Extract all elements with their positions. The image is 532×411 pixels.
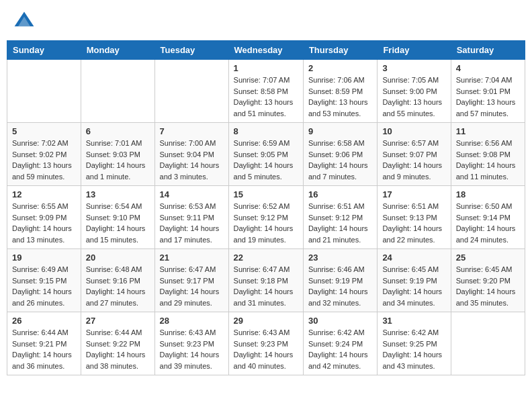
- day-number: 21: [160, 253, 224, 263]
- day-info: Sunrise: 7:06 AM Sunset: 8:59 PM Dayligh…: [308, 75, 372, 119]
- calendar-cell: 4 Sunrise: 7:04 AM Sunset: 9:01 PM Dayli…: [451, 60, 525, 123]
- calendar-cell: 5 Sunrise: 7:02 AM Sunset: 9:02 PM Dayli…: [7, 123, 81, 186]
- day-number: 14: [160, 189, 224, 199]
- sunset-text: Sunset: 9:22 PM: [86, 340, 140, 348]
- daylight-text: Daylight: 14 hours and 27 minutes.: [86, 287, 146, 307]
- sunset-text: Sunset: 9:05 PM: [234, 150, 288, 158]
- daylight-text: Daylight: 14 hours and 26 minutes.: [12, 287, 72, 307]
- calendar-cell: 16 Sunrise: 6:51 AM Sunset: 9:12 PM Dayl…: [303, 186, 377, 249]
- day-info: Sunrise: 6:46 AM Sunset: 9:19 PM Dayligh…: [308, 264, 372, 308]
- day-number: 17: [382, 189, 445, 199]
- sunrise-text: Sunrise: 6:48 AM: [86, 265, 142, 273]
- sunset-text: Sunset: 9:09 PM: [12, 214, 66, 222]
- daylight-text: Daylight: 13 hours and 55 minutes.: [382, 98, 442, 118]
- calendar-cell: 25 Sunrise: 6:45 AM Sunset: 9:20 PM Dayl…: [451, 249, 525, 312]
- sunset-text: Sunset: 9:21 PM: [12, 340, 66, 348]
- weekday-header-sunday: Sunday: [7, 41, 81, 60]
- day-info: Sunrise: 7:01 AM Sunset: 9:03 PM Dayligh…: [86, 138, 150, 182]
- daylight-text: Daylight: 14 hours and 40 minutes.: [234, 351, 294, 370]
- sunrise-text: Sunrise: 6:50 AM: [456, 202, 513, 210]
- calendar-cell: 27 Sunrise: 6:44 AM Sunset: 9:22 PM Dayl…: [81, 312, 154, 375]
- sunset-text: Sunset: 9:01 PM: [456, 87, 511, 95]
- sunrise-text: Sunrise: 6:47 AM: [160, 265, 216, 273]
- sunset-text: Sunset: 8:58 PM: [234, 87, 288, 95]
- sunrise-text: Sunrise: 7:06 AM: [308, 76, 365, 84]
- sunrise-text: Sunrise: 6:42 AM: [382, 328, 439, 336]
- sunset-text: Sunset: 9:23 PM: [160, 340, 214, 348]
- daylight-text: Daylight: 14 hours and 19 minutes.: [234, 224, 294, 244]
- day-number: 13: [86, 189, 150, 199]
- day-info: Sunrise: 6:59 AM Sunset: 9:05 PM Dayligh…: [234, 138, 298, 182]
- day-info: Sunrise: 6:50 AM Sunset: 9:14 PM Dayligh…: [456, 201, 520, 245]
- sunset-text: Sunset: 9:11 PM: [160, 214, 214, 222]
- day-info: Sunrise: 6:45 AM Sunset: 9:20 PM Dayligh…: [456, 264, 520, 308]
- sunrise-text: Sunrise: 7:05 AM: [382, 76, 439, 84]
- day-number: 27: [86, 316, 150, 326]
- sunrise-text: Sunrise: 7:07 AM: [234, 76, 290, 84]
- day-number: 29: [234, 316, 298, 326]
- daylight-text: Daylight: 14 hours and 15 minutes.: [86, 224, 146, 244]
- sunrise-text: Sunrise: 6:43 AM: [160, 328, 216, 336]
- day-number: 24: [382, 253, 445, 263]
- calendar-cell: 23 Sunrise: 6:46 AM Sunset: 9:19 PM Dayl…: [303, 249, 377, 312]
- calendar-cell: 30 Sunrise: 6:42 AM Sunset: 9:24 PM Dayl…: [303, 312, 377, 375]
- sunset-text: Sunset: 9:02 PM: [12, 150, 66, 158]
- calendar-cell: 11 Sunrise: 6:56 AM Sunset: 9:08 PM Dayl…: [451, 123, 525, 186]
- calendar-cell: 3 Sunrise: 7:05 AM Sunset: 9:00 PM Dayli…: [378, 60, 451, 123]
- sunset-text: Sunset: 9:25 PM: [382, 340, 437, 348]
- day-info: Sunrise: 6:42 AM Sunset: 9:25 PM Dayligh…: [382, 327, 445, 371]
- day-number: 5: [12, 126, 76, 136]
- daylight-text: Daylight: 13 hours and 57 minutes.: [456, 98, 516, 118]
- sunset-text: Sunset: 8:59 PM: [308, 87, 363, 95]
- sunrise-text: Sunrise: 6:51 AM: [308, 202, 365, 210]
- calendar-cell: 7 Sunrise: 7:00 AM Sunset: 9:04 PM Dayli…: [154, 123, 228, 186]
- calendar-cell: 13 Sunrise: 6:54 AM Sunset: 9:10 PM Dayl…: [81, 186, 154, 249]
- sunset-text: Sunset: 9:23 PM: [234, 340, 288, 348]
- calendar-cell: 1 Sunrise: 7:07 AM Sunset: 8:58 PM Dayli…: [228, 60, 303, 123]
- day-number: 4: [456, 63, 520, 73]
- sunset-text: Sunset: 9:13 PM: [382, 214, 437, 222]
- day-info: Sunrise: 6:55 AM Sunset: 9:09 PM Dayligh…: [12, 201, 76, 245]
- day-info: Sunrise: 7:05 AM Sunset: 9:00 PM Dayligh…: [382, 75, 445, 119]
- sunrise-text: Sunrise: 6:57 AM: [382, 139, 439, 147]
- calendar: SundayMondayTuesdayWednesdayThursdayFrid…: [7, 40, 525, 375]
- daylight-text: Daylight: 14 hours and 39 minutes.: [160, 351, 220, 370]
- daylight-text: Daylight: 13 hours and 59 minutes.: [12, 161, 72, 181]
- day-info: Sunrise: 6:49 AM Sunset: 9:15 PM Dayligh…: [12, 264, 76, 308]
- daylight-text: Daylight: 14 hours and 22 minutes.: [382, 224, 442, 244]
- weekday-header-tuesday: Tuesday: [154, 41, 228, 60]
- day-info: Sunrise: 7:04 AM Sunset: 9:01 PM Dayligh…: [456, 75, 520, 119]
- day-number: 26: [12, 316, 76, 326]
- sunset-text: Sunset: 9:00 PM: [382, 87, 437, 95]
- day-number: 20: [86, 253, 150, 263]
- day-number: 25: [456, 253, 520, 263]
- calendar-cell: 28 Sunrise: 6:43 AM Sunset: 9:23 PM Dayl…: [154, 312, 228, 375]
- sunset-text: Sunset: 9:07 PM: [382, 150, 437, 158]
- sunrise-text: Sunrise: 6:44 AM: [12, 328, 69, 336]
- calendar-cell: 18 Sunrise: 6:50 AM Sunset: 9:14 PM Dayl…: [451, 186, 525, 249]
- sunset-text: Sunset: 9:12 PM: [308, 214, 363, 222]
- day-info: Sunrise: 7:00 AM Sunset: 9:04 PM Dayligh…: [160, 138, 224, 182]
- calendar-cell: 6 Sunrise: 7:01 AM Sunset: 9:03 PM Dayli…: [81, 123, 154, 186]
- sunset-text: Sunset: 9:19 PM: [382, 277, 437, 285]
- calendar-week-3: 19 Sunrise: 6:49 AM Sunset: 9:15 PM Dayl…: [7, 249, 525, 312]
- day-number: 3: [382, 63, 445, 73]
- day-info: Sunrise: 6:47 AM Sunset: 9:17 PM Dayligh…: [160, 264, 224, 308]
- daylight-text: Daylight: 14 hours and 17 minutes.: [160, 224, 220, 244]
- sunrise-text: Sunrise: 6:46 AM: [308, 265, 365, 273]
- calendar-cell: 31 Sunrise: 6:42 AM Sunset: 9:25 PM Dayl…: [378, 312, 451, 375]
- calendar-week-2: 12 Sunrise: 6:55 AM Sunset: 9:09 PM Dayl…: [7, 186, 525, 249]
- sunrise-text: Sunrise: 6:47 AM: [234, 265, 290, 273]
- day-number: 8: [234, 126, 298, 136]
- calendar-week-0: 1 Sunrise: 7:07 AM Sunset: 8:58 PM Dayli…: [7, 60, 525, 123]
- daylight-text: Daylight: 14 hours and 35 minutes.: [456, 287, 516, 307]
- day-info: Sunrise: 6:48 AM Sunset: 9:16 PM Dayligh…: [86, 264, 150, 308]
- daylight-text: Daylight: 14 hours and 29 minutes.: [160, 287, 220, 307]
- sunrise-text: Sunrise: 6:45 AM: [456, 265, 513, 273]
- day-info: Sunrise: 6:58 AM Sunset: 9:06 PM Dayligh…: [308, 138, 372, 182]
- weekday-header-friday: Friday: [378, 41, 451, 60]
- sunset-text: Sunset: 9:14 PM: [456, 214, 511, 222]
- day-number: 18: [456, 189, 520, 199]
- sunrise-text: Sunrise: 7:04 AM: [456, 76, 513, 84]
- calendar-cell: 12 Sunrise: 6:55 AM Sunset: 9:09 PM Dayl…: [7, 186, 81, 249]
